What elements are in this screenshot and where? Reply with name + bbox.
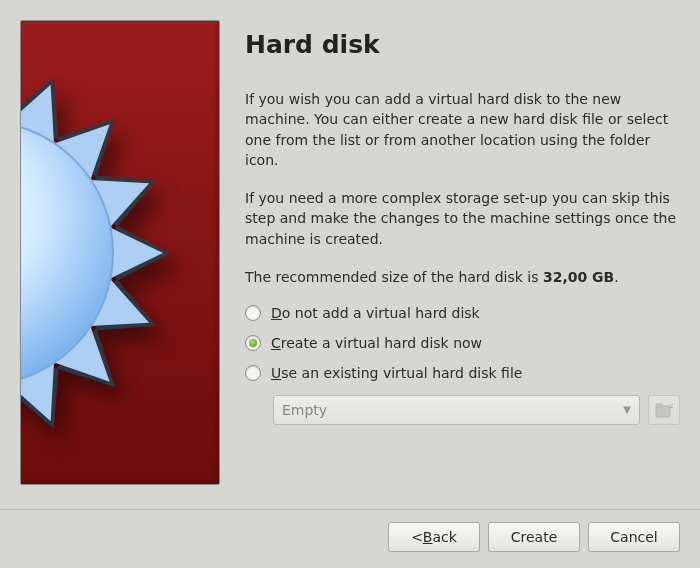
recommended-size-value: 32,00 GB — [543, 269, 614, 285]
folder-up-icon — [654, 401, 674, 419]
radio-icon — [245, 365, 261, 381]
wizard-body: Hard disk If you wish you can add a virt… — [0, 0, 700, 509]
svg-rect-34 — [656, 404, 662, 407]
option-use-existing[interactable]: Use an existing virtual hard disk file — [245, 365, 680, 381]
page-title: Hard disk — [245, 30, 680, 59]
combo-value: Empty — [282, 402, 327, 418]
option-label: Do not add a virtual hard disk — [271, 305, 480, 321]
existing-file-row: Empty ▼ — [273, 395, 680, 425]
intro-paragraph-2: If you need a more complex storage set-u… — [245, 188, 680, 249]
back-button[interactable]: < Back — [388, 522, 480, 552]
browse-button[interactable] — [648, 395, 680, 425]
svg-marker-36 — [670, 404, 673, 407]
cancel-button[interactable]: Cancel — [588, 522, 680, 552]
create-button[interactable]: Create — [488, 522, 580, 552]
option-do-not-add[interactable]: Do not add a virtual hard disk — [245, 305, 680, 321]
wizard-dialog: Hard disk If you wish you can add a virt… — [0, 0, 700, 568]
existing-file-combo[interactable]: Empty ▼ — [273, 395, 640, 425]
chevron-down-icon: ▼ — [623, 405, 631, 415]
svg-marker-20 — [109, 227, 163, 279]
option-create-new[interactable]: Create a virtual hard disk now — [245, 335, 680, 351]
radio-icon — [245, 335, 261, 351]
radio-icon — [245, 305, 261, 321]
hard-disk-options: Do not add a virtual hard disk Create a … — [245, 305, 680, 425]
option-label: Use an existing virtual hard disk file — [271, 365, 522, 381]
option-label: Create a virtual hard disk now — [271, 335, 482, 351]
content-pane: Hard disk If you wish you can add a virt… — [220, 20, 680, 509]
wizard-footer: < Back Create Cancel — [0, 509, 700, 568]
svg-rect-33 — [656, 406, 670, 417]
recommended-size-line: The recommended size of the hard disk is… — [245, 267, 680, 287]
intro-paragraph-1: If you wish you can add a virtual hard d… — [245, 89, 680, 170]
sidebar-illustration — [20, 20, 220, 485]
